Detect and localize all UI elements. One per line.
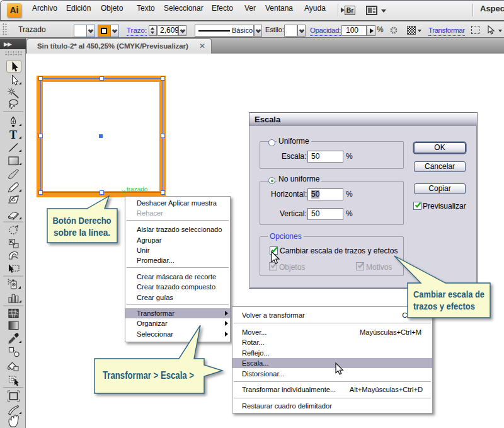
svg-text:Botón Derecho: Botón Derecho <box>53 215 112 226</box>
svg-text:trazos y efectos: trazos y efectos <box>413 301 475 311</box>
svg-text:Transformar > Escala >: Transformar > Escala > <box>103 370 194 381</box>
svg-text:sobre la línea.: sobre la línea. <box>54 227 110 238</box>
svg-text:Cambiar escala de: Cambiar escala de <box>413 289 484 299</box>
